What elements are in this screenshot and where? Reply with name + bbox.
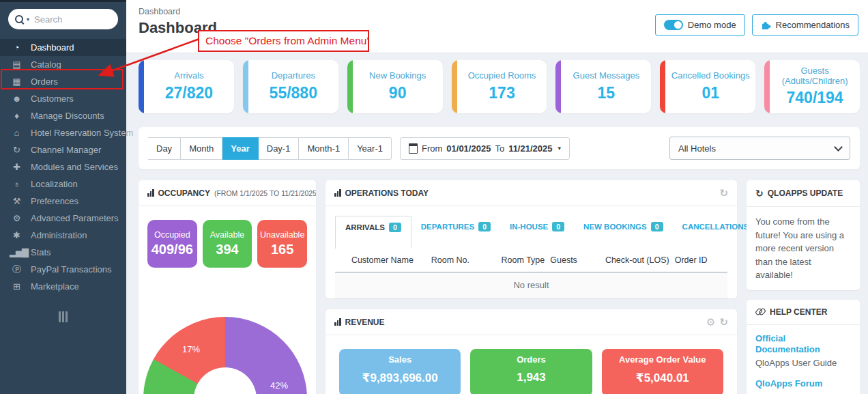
help-link-title[interactable]: QloApps Forum [755,378,851,390]
sidebar-item-label: Hotel Reservation System [31,128,133,138]
filter-button-day-1[interactable]: Day-1 [259,137,300,160]
help-link-title[interactable]: Official Documentation [755,333,851,356]
sidebar-item-label: Localization [31,179,78,189]
sidebar-item-label: Manage Discounts [31,111,104,121]
kpi-value: 01 [667,84,753,102]
kpi-label: Cancelled Bookings [667,71,753,81]
puzzle-icon: ✚ [10,162,23,172]
update-panel-body: You come from the future! You are using … [747,207,860,290]
qloapps-update-panel: ↻ QLOAPPS UPDATE You come from the futur… [747,180,860,290]
paypal-icon: Ⓟ [10,264,23,276]
tab-in-house[interactable]: IN-HOUSE 0 [500,216,574,238]
sidebar-nav: ◔ Dashboard ▤ Catalog ▦ Orders ☻ Custome… [0,39,126,295]
filter-button-year[interactable]: Year [222,137,258,160]
sidebar-item-modules-and-services[interactable]: ✚ Modules and Services [0,158,126,175]
orders-icon: ▦ [10,76,23,87]
revenue-card-value: 1,943 [470,371,592,384]
sidebar-collapse-grip[interactable] [59,311,68,322]
refresh-icon[interactable]: ↻ [719,188,728,198]
sidebar-item-hotel-reservation-system[interactable]: ⌂ Hotel Reservation System [0,124,126,141]
sidebar-item-channel-manager[interactable]: ↻ Channel Manager [0,141,126,158]
kpi-stripe [660,60,665,113]
donut-label-occupied: 42% [270,380,288,391]
sidebar-item-marketplace[interactable]: ⊞ Marketplace [0,278,126,295]
sidebar-item-localization[interactable]: ♁ Localization [0,175,126,193]
kpi-stripe [764,60,770,113]
sidebar-item-stats[interactable]: ▂▅▇ Stats [0,244,126,261]
sidebar-item-paypal-transactions[interactable]: Ⓟ PayPal Transactions [0,261,126,278]
sidebar-item-label: Stats [31,247,51,257]
tab-label: IN-HOUSE [510,223,548,231]
revenue-title: REVENUE [345,318,385,327]
sidebar-item-label: Channel Manager [31,145,101,155]
main-area: Dashboard Dashboard Demo mode Recommenda… [126,0,868,394]
kpi-label: Arrivals [146,71,232,81]
kpi-label: Occupied Rooms [459,71,545,81]
kpi-row: Arrivals 27/820 Departures 55/880 Ne [139,60,860,113]
hotel-select[interactable]: All Hotels [669,137,850,160]
gear-icon[interactable]: ⚙ [706,317,715,327]
demo-mode-button[interactable]: Demo mode [655,14,745,36]
revenue-card-value: ₹9,893,696.00 [339,371,461,385]
sidebar-item-customers[interactable]: ☻ Customers [0,90,126,107]
sidebar-item-orders[interactable]: ▦ Orders [0,73,126,90]
sidebar-search[interactable]: ▾ [8,9,118,29]
search-scope-caret-icon[interactable]: ▾ [27,16,29,23]
operations-tabs: ARRIVALS 0 DEPARTURES 0 IN-HOUSE 0 [326,206,737,249]
cart-icon: ⊞ [10,281,23,292]
tab-label: ARRIVALS [345,223,385,231]
help-links: Official Documentation QloApps User Guid… [747,325,860,394]
occupancy-box-value: 165 [259,242,306,257]
column-header: Room Type [491,255,545,265]
sidebar-item-advanced-parameters[interactable]: ⚙ Advanced Parameters [0,210,126,227]
recommendations-button[interactable]: Recommendations [752,14,858,36]
sidebar-item-manage-discounts[interactable]: ♦ Manage Discounts [0,107,126,124]
filter-button-day[interactable]: Day [148,137,181,160]
occupancy-boxes: Occupied 409/96 Available 394 Unavailabl… [139,206,316,268]
sidebar-item-dashboard[interactable]: ◔ Dashboard [0,39,126,56]
bar-chart-icon [334,318,341,326]
kpi-value: 27/820 [146,84,232,102]
tab-count-badge: 0 [389,223,401,232]
recommendations-label: Recommendations [776,20,850,30]
filter-panel: Day Month Year Day-1 Month-1 Year-1 From [139,127,860,169]
revenue-card-label: Average Order Value [602,354,723,365]
refresh-icon[interactable]: ↻ [719,317,728,327]
revenue-card-value: ₹5,040.01 [602,371,723,385]
kpi-stripe [243,60,248,113]
kpi-card-cancelled-bookings: Cancelled Bookings 01 [660,60,755,113]
gauge-icon: ◔ [10,42,23,53]
sidebar-item-label: Marketplace [31,281,79,292]
occupancy-subtitle: (FROM 1/1/2025 TO 11/21/2025) [214,189,316,197]
kpi-value: 173 [459,84,545,102]
sidebar-item-administration[interactable]: ✱ Administration [0,227,126,244]
book-icon: ▤ [10,59,23,70]
revenue-card-label: Sales [339,354,461,365]
filter-button-month[interactable]: Month [181,137,222,160]
filter-button-year-1[interactable]: Year-1 [349,137,392,160]
occupancy-donut-chart: 17% 42% [143,317,307,394]
date-range-button[interactable]: From 01/01/2025 To 11/21/2025 ▾ [400,137,570,160]
occupancy-box-value: 394 [204,242,251,257]
tag-icon: ♦ [10,111,23,121]
kpi-card-departures: Departures 55/880 [243,60,338,113]
operations-table-header: Customer Name Room No. Room Type Guests … [335,249,727,272]
tab-arrivals[interactable]: ARRIVALS 0 [335,216,411,249]
search-icon [15,15,23,23]
sidebar-item-label: Orders [31,76,58,87]
sidebar-item-catalog[interactable]: ▤ Catalog [0,56,126,73]
tab-label: NEW BOOKINGS [583,223,647,231]
search-input[interactable] [33,14,111,25]
occupancy-title: OCCUPANCY [158,188,210,198]
sidebar-item-preferences[interactable]: ⚒ Preferences [0,193,126,210]
occupancy-box-unavailable: Unavailable 165 [257,220,307,268]
gear-icon: ✱ [10,230,23,240]
filter-button-month-1[interactable]: Month-1 [299,137,349,160]
tab-departures[interactable]: DEPARTURES 0 [411,216,500,238]
column-header: Customer Name [339,255,426,265]
revenue-card-sales: Sales ₹9,893,696.00 [339,349,461,394]
kpi-card-new-bookings: New Bookings 90 [347,60,443,113]
kpi-stripe [347,60,353,113]
tab-new-bookings[interactable]: NEW BOOKINGS 0 [574,216,672,238]
column-header: Guests [550,255,588,265]
